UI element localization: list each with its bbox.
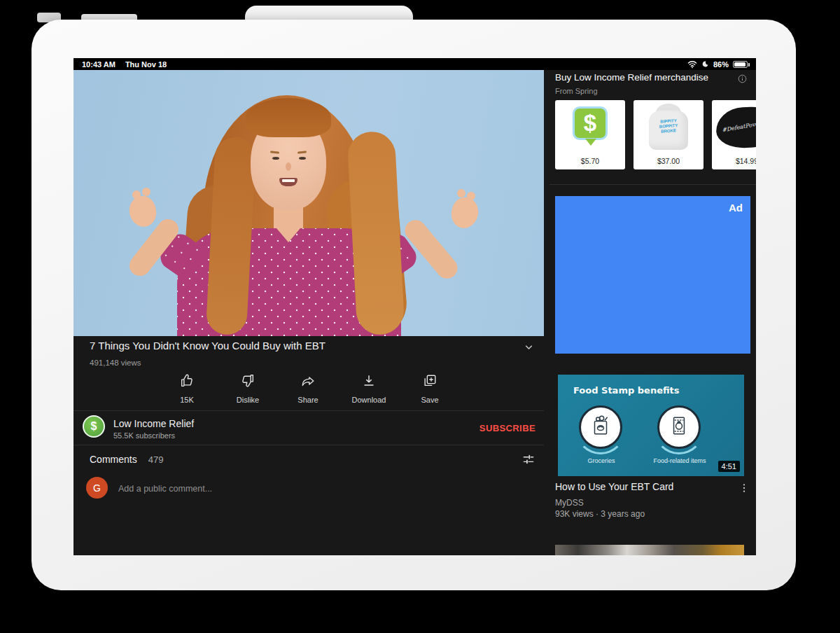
clock: 10:43 AM — [82, 60, 115, 69]
comments-title: Comments — [90, 454, 137, 465]
like-button[interactable]: 15K — [158, 373, 216, 404]
fannypack-image: #DefeatPoverty — [715, 106, 756, 150]
presenter-hand — [126, 193, 160, 230]
dislike-button[interactable]: Dislike — [218, 373, 277, 404]
merch-product-hoodie[interactable]: BIPPITY BOPPITY BROKE $37.00 — [634, 100, 704, 169]
share-button[interactable]: Share — [279, 373, 337, 404]
divider — [74, 410, 544, 411]
comments-count: 479 — [148, 454, 164, 465]
food-items-circle — [657, 405, 701, 449]
channel-avatar-symbol: $ — [91, 420, 97, 433]
info-icon[interactable] — [737, 74, 748, 87]
thumbs-up-icon — [179, 373, 195, 391]
wifi-icon — [687, 60, 697, 69]
battery-percent: 86% — [713, 60, 729, 69]
merch-product-fannypack[interactable]: #DefeatPoverty $14.99 — [712, 100, 756, 169]
video-player[interactable] — [74, 70, 544, 336]
presenter-hair — [246, 98, 331, 137]
comment-input[interactable]: Add a public comment... — [118, 484, 212, 494]
comments-header[interactable]: Comments 479 — [90, 454, 163, 465]
divider — [74, 445, 544, 445]
product-price: $14.99 — [712, 157, 756, 165]
hoodie-text: BIPPITY BOPPITY BROKE — [657, 118, 680, 134]
channel-subscribers: 55.5K subscribers — [113, 431, 175, 440]
save-label: Save — [421, 396, 438, 404]
presenter-eye — [272, 157, 279, 160]
user-avatar[interactable]: G — [86, 477, 108, 499]
hoodie-image: BIPPITY BOPPITY BROKE — [646, 104, 691, 151]
presenter-nose — [286, 162, 291, 171]
tablet-screenshot: 10:43 AM Thu Nov 18 86% — [0, 0, 840, 633]
share-label: Share — [298, 396, 318, 404]
seed-packet-icon — [667, 414, 691, 440]
related-video-meta: 93K views · 3 years ago — [555, 509, 645, 519]
save-button[interactable]: Save — [400, 373, 459, 404]
related-video-thumbnail[interactable]: Food Stamp benefits — [558, 375, 744, 476]
presenter-hand — [448, 195, 482, 231]
youtube-app-screen: 10:43 AM Thu Nov 18 86% — [74, 58, 756, 555]
battery-icon — [733, 61, 748, 68]
presenter-finger — [467, 192, 475, 200]
channel-avatar[interactable]: $ — [83, 415, 105, 438]
presenter-eye — [299, 157, 306, 160]
presenter-hair — [346, 130, 405, 335]
date: Thu Nov 18 — [125, 60, 167, 69]
thumbnail-title: Food Stamp benefits — [573, 385, 680, 396]
subscribe-button[interactable]: SUBSCRIBE — [479, 423, 536, 433]
channel-name[interactable]: Low Income Relief — [113, 418, 194, 429]
fannypack-text: #DefeatPoverty — [722, 118, 756, 133]
save-playlist-icon — [422, 373, 438, 391]
duration-badge: 4:51 — [718, 461, 740, 472]
ad-banner[interactable]: Ad — [555, 196, 750, 354]
share-arrow-icon — [300, 373, 316, 391]
dollar-sticker-image: $ — [573, 106, 608, 140]
thumbnail-caption: Food-related items — [641, 457, 718, 464]
kebab-menu-icon[interactable] — [738, 482, 750, 496]
merch-product-sticker[interactable]: $ $5.70 — [555, 100, 625, 169]
dollar-symbol: $ — [584, 111, 596, 134]
status-bar: 10:43 AM Thu Nov 18 86% — [74, 58, 756, 70]
merch-source: From Spring — [555, 87, 598, 95]
user-avatar-initial: G — [93, 482, 101, 494]
chevron-down-icon[interactable] — [523, 341, 535, 356]
product-price: $37.00 — [634, 157, 704, 165]
merch-shelf-title: Buy Low Income Relief merchandise — [555, 72, 732, 83]
related-video-channel: MyDSS — [555, 498, 584, 508]
video-title: 7 Things You Didn't Know You Could Buy w… — [90, 340, 489, 352]
grocery-bag-icon — [589, 414, 612, 440]
download-label: Download — [352, 396, 386, 404]
presenter-finger — [132, 190, 141, 199]
presenter-teeth — [282, 179, 295, 182]
groceries-circle — [579, 405, 622, 449]
presenter-finger — [142, 188, 150, 196]
divider — [550, 184, 756, 185]
dislike-label: Dislike — [237, 396, 259, 404]
presenter-finger — [457, 189, 465, 197]
like-count: 15K — [180, 396, 194, 404]
download-arrow-icon — [361, 373, 377, 391]
ad-label: Ad — [729, 202, 743, 214]
moon-icon — [701, 60, 709, 68]
thumbnail-caption: Groceries — [573, 457, 629, 464]
related-video-title[interactable]: How to Use Your EBT Card — [555, 481, 732, 492]
thumbs-down-icon — [240, 373, 255, 391]
partial-thumbnail[interactable] — [555, 545, 744, 555]
download-button[interactable]: Download — [340, 373, 398, 404]
view-count: 491,148 views — [90, 359, 141, 367]
comment-sort-icon[interactable] — [522, 452, 536, 469]
product-price: $5.70 — [555, 157, 625, 165]
